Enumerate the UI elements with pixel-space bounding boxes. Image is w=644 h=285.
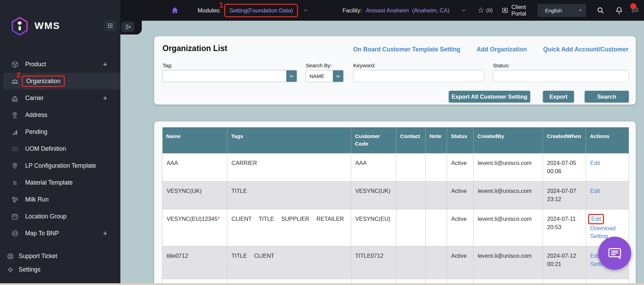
keyword-input[interactable] — [353, 70, 484, 82]
topbar: Modules: 1 Setting(Foundation Data) Faci… — [120, 0, 644, 21]
sidebar-item-location-group[interactable]: Location Group — [0, 208, 120, 225]
search-by-select[interactable]: NAME — [306, 70, 344, 82]
edit-link[interactable]: Edit — [590, 160, 600, 166]
language-select[interactable]: English ▼ — [537, 4, 586, 17]
expand-plus-icon[interactable]: + — [103, 229, 107, 238]
sidebar-item-product[interactable]: Product + — [0, 56, 120, 73]
cell-status: Active — [447, 209, 474, 246]
sidebar-item-address[interactable]: Address — [0, 107, 120, 124]
cell-name: VESYNC(EU)12345* — [162, 209, 227, 246]
cell-customer-code: VESYNC(EU) — [351, 209, 396, 246]
annotation-box-1: 1 Setting(Foundation Data) — [224, 4, 298, 17]
sidebar-item-carrier[interactable]: Carrier + — [0, 90, 120, 107]
app-title: WMS — [34, 20, 60, 31]
sidebar-item-label: UOM Definition — [25, 145, 66, 153]
modules-chevron-down-icon[interactable] — [303, 8, 308, 13]
cell-createdwhen: 2024-07-05 00:06 — [543, 153, 586, 181]
search-button[interactable]: Search — [585, 91, 629, 102]
export-all-customer-setting-button[interactable]: Export All Customer Setting — [449, 91, 530, 102]
bell-icon[interactable] — [615, 6, 623, 14]
link-quick-add-account-customer[interactable]: Quick Add Account/Customer — [543, 46, 628, 53]
sidebar-item-label: Settings — [19, 266, 40, 273]
sidebar-item-label: Organization — [26, 78, 60, 85]
language-value: English — [545, 8, 562, 13]
column-header-tags: Tags — [227, 127, 351, 153]
sidebar-collapse-button[interactable] — [121, 21, 134, 32]
sidebar-menu: Product + 2 Organization Carrier + Addre… — [0, 56, 120, 242]
sidebar-item-label: Material Template — [25, 179, 73, 186]
cell-name: AAA — [162, 153, 227, 181]
page-title: Organization List — [162, 44, 227, 53]
cell-contact — [396, 209, 426, 246]
home-icon[interactable] — [171, 6, 179, 14]
table-row: title0712 TITLE CLIENT TITLE0712 Active … — [162, 246, 629, 279]
cell-actions: Edit — [586, 153, 629, 181]
table-row: AAA CARRIER AAA Active levent.li@unisco.… — [162, 153, 629, 181]
sidebar-item-settings[interactable]: Settings — [0, 263, 120, 276]
expand-plus-icon[interactable]: + — [103, 94, 107, 103]
sidebar-header: WMS — [0, 15, 120, 38]
column-header-note: Note — [426, 127, 447, 153]
chat-bubble-icon — [605, 244, 624, 263]
search-by-value: NAME — [306, 70, 333, 82]
cell-createdwhen: 2024-07-12 00:21 — [543, 246, 586, 279]
messages-button[interactable] — [630, 5, 640, 16]
expand-plus-icon[interactable]: + — [103, 60, 107, 69]
search-icon[interactable] — [596, 6, 605, 14]
carrier-ship-icon — [10, 94, 19, 102]
sidebar-item-label: Map To BNP — [25, 230, 59, 237]
facility-value[interactable]: Arovast Anaheim (Anaheim, CA) — [366, 7, 449, 14]
favorites-star-icon[interactable]: ☆ — [478, 7, 485, 14]
cell-tags: CARRIER — [227, 153, 351, 181]
sidebar-item-pending[interactable]: Pending — [0, 124, 120, 140]
sidebar-item-label: Address — [25, 111, 47, 119]
calendar-icon — [10, 213, 19, 221]
cell-createdby: levent.li@unisco.com — [474, 246, 543, 279]
organization-table-card: Name Tags Customer Code Contact Note Sta… — [154, 121, 636, 285]
cell-contact — [396, 153, 426, 181]
sidebar-item-label: Milk Run — [25, 196, 49, 203]
search-by-dropdown-button[interactable] — [333, 70, 343, 82]
cell-customer-code: AAA — [351, 153, 396, 181]
tag-label: Tag: — [162, 62, 172, 69]
sidebar-item-lp-configuration-template[interactable]: LP Configuration Template — [0, 157, 120, 174]
status-label: Status: — [493, 62, 509, 69]
page-bottom-edge — [0, 283, 644, 285]
cell-contact — [396, 246, 426, 279]
cell-status: Active — [447, 153, 474, 181]
edit-link[interactable]: Edit — [590, 188, 600, 194]
modules-value[interactable]: Setting(Foundation Data) — [229, 7, 293, 13]
cell-name: title0712 — [162, 246, 227, 279]
sidebar-item-milk-run[interactable]: Milk Run — [0, 191, 120, 208]
table-header-row: Name Tags Customer Code Contact Note Sta… — [162, 127, 629, 153]
chat-fab-button[interactable] — [598, 237, 631, 270]
sidebar-item-material-template[interactable]: Material Template — [0, 174, 120, 191]
lifebuoy-icon — [6, 253, 14, 260]
link-onboard-customer-template-setting[interactable]: On Board Customer Template Setting — [353, 46, 460, 53]
apps-grid-button[interactable] — [104, 20, 117, 31]
sidebar-item-label: Product — [25, 61, 46, 68]
sidebar-item-label: LP Configuration Template — [25, 162, 96, 169]
export-button[interactable]: Export — [543, 91, 574, 102]
wms-logo-icon — [10, 16, 30, 36]
facility-chevron-down-icon[interactable] — [461, 8, 466, 13]
client-portal-button[interactable]: Client Portal — [502, 4, 537, 17]
cell-note — [426, 209, 447, 246]
sidebar-item-label: Carrier — [25, 95, 43, 102]
sidebar-item-map-to-bnp[interactable]: Map To BNP + — [0, 225, 120, 242]
link-add-organization[interactable]: Add Organization — [477, 46, 527, 53]
tag-input[interactable] — [163, 70, 286, 82]
column-header-createdwhen: CreatedWhen — [543, 127, 586, 153]
sidebar-item-support-ticket[interactable]: Support Ticket — [0, 249, 120, 263]
status-input[interactable] — [493, 70, 629, 82]
app: Modules: 1 Setting(Foundation Data) Faci… — [0, 0, 644, 285]
chevron-down-icon — [289, 74, 294, 79]
cell-createdwhen: 2024-07-11 20:53 — [543, 209, 586, 246]
cell-createdby: levent.li@unisco.com — [474, 181, 543, 209]
tag-dropdown-button[interactable] — [286, 70, 297, 82]
sidebar-item-organization[interactable]: 2 Organization — [3, 73, 120, 90]
cell-createdby: levent.li@unisco.com — [474, 153, 543, 181]
cell-tags: TITLE CLIENT — [227, 246, 351, 279]
sidebar-item-uom-definition[interactable]: UOM Definition — [0, 140, 120, 157]
edit-link-annotated[interactable]: Edit — [588, 214, 604, 224]
